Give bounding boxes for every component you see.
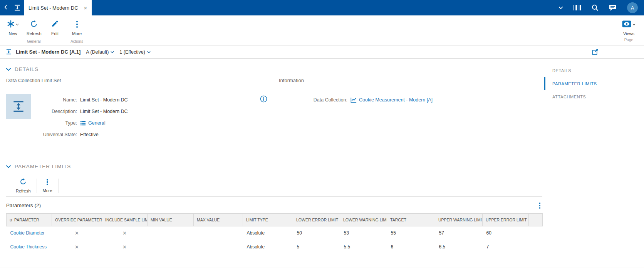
col-header-target[interactable]: TARGET [387,213,435,226]
asterisk-new-icon [7,20,15,29]
expand-panel-icon[interactable] [592,49,599,55]
more-button[interactable]: More [67,17,87,37]
pencil-icon [51,20,59,29]
col-header-lower-error-limit[interactable]: LOWER ERROR LIMIT [293,213,340,226]
tab-limit-set[interactable]: Limit Set - Modern DC × [24,0,92,15]
data-collection-label: Data Collection: [279,97,347,103]
universal-state-label: Universal State: [37,132,77,137]
views-button[interactable]: Views [618,17,639,37]
col-header-parameter[interactable]: αPARAMETER [7,213,52,226]
min-value-cell [148,240,194,254]
target-cell: 6 [387,240,435,254]
limit-set-panel: Data Collection Limit Set Name: Limit S [6,78,268,140]
breadcrumb-bar: Limit Set - Modern DC [A.1] A (Default) … [0,46,644,59]
col-header-include-sample-limit[interactable]: INCLUDE SAMPLE LIMIT [102,213,148,226]
ribbon-group-actions: More Actions [67,17,87,45]
override-parameter-cross-icon: ✕ [52,226,102,240]
grid-more-button[interactable]: More [37,176,58,196]
bottom-divider [0,268,644,268]
search-icon[interactable] [592,4,599,11]
details-section-header[interactable]: DETAILS [6,66,542,72]
refresh-icon [30,20,38,29]
grid-menu-ellipsis-icon[interactable] [537,202,543,209]
ribbon-right: Views Page [618,17,639,45]
overflow-chevron-down-icon[interactable] [558,6,563,9]
group-label-general: General [3,38,65,45]
override-parameter-cross-icon: ✕ [52,240,102,254]
information-panel: Information Data Collection: Cookie Meas… [279,78,542,140]
list-type-icon [80,120,86,126]
limit-type-cell: Absolute [243,226,293,240]
lower-warning-limit-cell: 53 [340,226,387,240]
panel-title: Data Collection Limit Set [6,78,268,87]
table-row[interactable]: Cookie Diameter ✕ ✕ Absolute 50 53 55 57… [7,226,543,240]
new-button[interactable]: New [3,17,23,37]
col-header-upper-error-limit[interactable]: UPPER ERROR LIMIT [483,213,529,226]
alphabetical-icon: α [10,217,12,223]
chevron-down-icon [147,51,151,53]
table-header-row: αPARAMETER OVERRIDE PARAMETER INCLUDE SA… [7,213,543,226]
include-sample-limit-cross-icon: ✕ [102,240,148,254]
info-icon[interactable] [260,95,267,103]
panel-title: Information [279,78,542,87]
limit-set-icon [11,4,24,12]
revision-value: A (Default) [86,49,109,55]
col-header-upper-warning-limit[interactable]: UPPER WARNING LIMIT [435,213,483,226]
table-row[interactable]: Cookie Thickness ✕ ✕ Absolute 5 5.5 6 6.… [7,240,543,254]
chevron-left-icon [4,4,7,11]
parameter-link[interactable]: Cookie Diameter [10,230,45,236]
nav-item-details[interactable]: DETAILS [544,64,644,77]
grid-more-label: More [43,188,52,193]
ellipsis-vertical-icon [74,20,80,29]
data-collection-link[interactable]: Cookie Measurement - Modern [A] [359,97,433,103]
edit-button-label: Edit [51,31,59,36]
toolbar-separator [58,179,59,193]
back-button[interactable] [0,0,11,15]
views-button-label: Views [623,31,634,36]
col-header-limit-type[interactable]: LIMIT TYPE [243,213,293,226]
universal-state-value: Effective [77,132,99,137]
col-header-override-parameter[interactable]: OVERRIDE PARAMETER [52,213,102,226]
refresh-button[interactable]: Refresh [23,17,45,37]
description-label: Description: [37,109,77,114]
lower-error-limit-cell: 5 [293,240,340,254]
target-cell: 55 [387,226,435,240]
grid-refresh-label: Refresh [16,189,31,193]
chevron-down-icon [111,51,114,53]
parameter-limits-toolbar: Refresh More [6,175,542,197]
edit-button[interactable]: Edit [45,17,65,37]
nav-item-attachments[interactable]: ATTACHMENTS [544,90,644,103]
parameter-limits-section-header[interactable]: PARAMETER LIMITS [6,164,542,169]
limit-set-icon [5,49,12,55]
chevron-down-icon [6,164,11,169]
col-header-max-value[interactable]: MAX VALUE [194,213,243,226]
content-area: DETAILS Data Collection Limit Set [0,59,644,270]
type-link[interactable]: General [88,120,105,126]
version-dropdown[interactable]: 1 (Effective) [119,49,150,55]
col-header-min-value[interactable]: MIN VALUE [148,213,194,226]
parameter-link[interactable]: Cookie Thickness [10,244,47,250]
empty-cell [529,226,543,240]
ribbon-toolbar: New Refresh [0,15,644,46]
upper-error-limit-cell: 7 [483,240,529,254]
max-value-cell [194,240,243,254]
tab-close-icon[interactable]: × [84,5,87,11]
group-label-actions: Actions [67,38,87,45]
revision-dropdown[interactable]: A (Default) [86,49,114,55]
parameters-grid-title: Parameters (2) [6,202,41,208]
col-header-lower-warning-limit[interactable]: LOWER WARNING LIMIT [340,213,387,226]
chevron-down-icon[interactable] [632,24,636,25]
feedback-chat-icon[interactable] [609,5,617,11]
parameter-limits-section-title: PARAMETER LIMITS [15,164,71,169]
min-value-cell [148,226,194,240]
barcode-scan-icon[interactable] [574,5,581,11]
chevron-down-icon[interactable] [16,24,19,25]
grid-refresh-button[interactable]: Refresh [10,176,37,196]
nav-item-parameter-limits[interactable]: PARAMETER LIMITS [544,77,644,90]
lower-warning-limit-cell: 5.5 [340,240,387,254]
upper-warning-limit-cell: 6.5 [435,240,483,254]
user-avatar[interactable]: A [627,2,638,13]
section-nav: DETAILS PARAMETER LIMITS ATTACHMENTS [544,59,644,270]
col-header-empty [529,213,543,226]
new-button-label: New [8,31,17,36]
